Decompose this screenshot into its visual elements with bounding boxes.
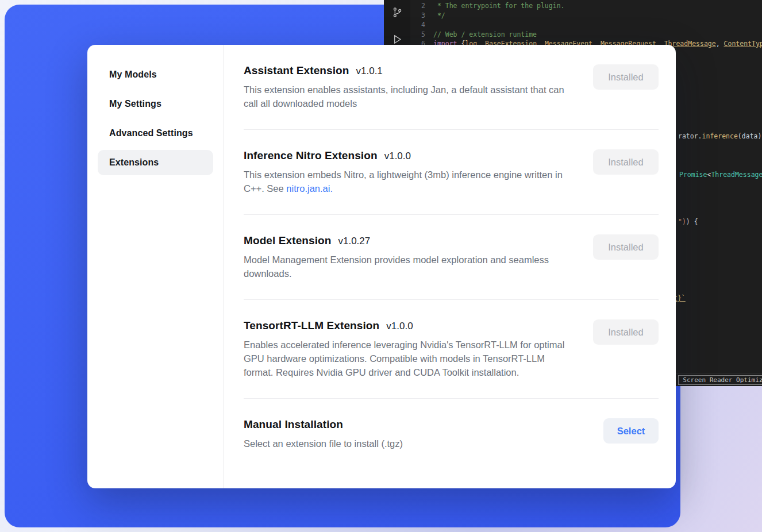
- sidebar-item-extensions[interactable]: Extensions: [98, 150, 213, 175]
- line-number: 3: [410, 11, 425, 21]
- extension-version: v1.0.0: [386, 321, 413, 332]
- installed-button[interactable]: Installed: [593, 319, 659, 345]
- extension-description: This extension enables assistants, inclu…: [244, 83, 576, 110]
- extension-version: v1.0.0: [384, 151, 411, 162]
- settings-sidebar: My ModelsMy SettingsAdvanced SettingsExt…: [87, 45, 224, 488]
- extension-row: Model Extensionv1.0.27Model Management E…: [244, 215, 659, 300]
- sidebar-item-my-settings[interactable]: My Settings: [98, 91, 213, 117]
- code-line: 3 */: [410, 11, 762, 21]
- code-fragment: ")) {: [678, 217, 698, 226]
- code-lines: 2 * The entrypoint for the plugin.3 */45…: [410, 1, 762, 49]
- select-button[interactable]: Select: [603, 418, 659, 444]
- sidebar-item-advanced-settings[interactable]: Advanced Settings: [98, 121, 213, 146]
- extension-name: Assistant Extension: [244, 64, 349, 77]
- code-line: 4: [410, 20, 762, 30]
- code-line: 5// Web / extension runtime: [410, 30, 762, 40]
- extension-description: Model Management Extension provides mode…: [244, 253, 576, 280]
- extension-description: Enables accelerated inference leveraging…: [244, 338, 576, 379]
- sidebar-nav: My ModelsMy SettingsAdvanced SettingsExt…: [98, 62, 213, 175]
- sidebar-item-my-models[interactable]: My Models: [98, 62, 213, 87]
- line-number: 5: [410, 30, 425, 40]
- extension-row: TensortRT-LLM Extensionv1.0.0Enables acc…: [244, 300, 659, 399]
- line-number: 4: [410, 20, 425, 30]
- code-fragment: rator.inference(data));: [678, 132, 762, 141]
- extension-name: Inference Nitro Extension: [244, 149, 378, 162]
- extension-name: Model Extension: [244, 234, 331, 247]
- extension-row: Manual InstallationSelect an extension f…: [244, 399, 659, 450]
- settings-modal: My ModelsMy SettingsAdvanced SettingsExt…: [87, 45, 676, 488]
- extension-name: Manual Installation: [244, 418, 343, 431]
- extension-version: v1.0.1: [356, 65, 383, 77]
- installed-button[interactable]: Installed: [593, 149, 659, 175]
- source-control-icon[interactable]: [392, 7, 403, 18]
- installed-button[interactable]: Installed: [593, 234, 659, 260]
- installed-button[interactable]: Installed: [593, 64, 659, 90]
- extension-list: Assistant Extensionv1.0.1This extension …: [224, 45, 676, 488]
- code-fragment: Promise<ThreadMessage>: [679, 170, 762, 179]
- code-line: 2 * The entrypoint for the plugin.: [410, 1, 762, 11]
- extension-version: v1.0.27: [338, 236, 370, 247]
- line-number: 2: [410, 1, 425, 11]
- extension-row: Assistant Extensionv1.0.1This extension …: [244, 61, 659, 130]
- extension-description: This extension embeds Nitro, a lightweig…: [244, 168, 576, 195]
- extension-row: Inference Nitro Extensionv1.0.0This exte…: [244, 130, 659, 215]
- run-debug-icon[interactable]: [392, 34, 403, 45]
- extension-description: Select an extension file to install (.tg…: [244, 437, 403, 450]
- extension-link[interactable]: nitro.jan.ai.: [286, 183, 333, 194]
- extension-name: TensortRT-LLM Extension: [244, 319, 379, 332]
- screen-reader-status-chip[interactable]: Screen Reader Optimize: [678, 375, 762, 385]
